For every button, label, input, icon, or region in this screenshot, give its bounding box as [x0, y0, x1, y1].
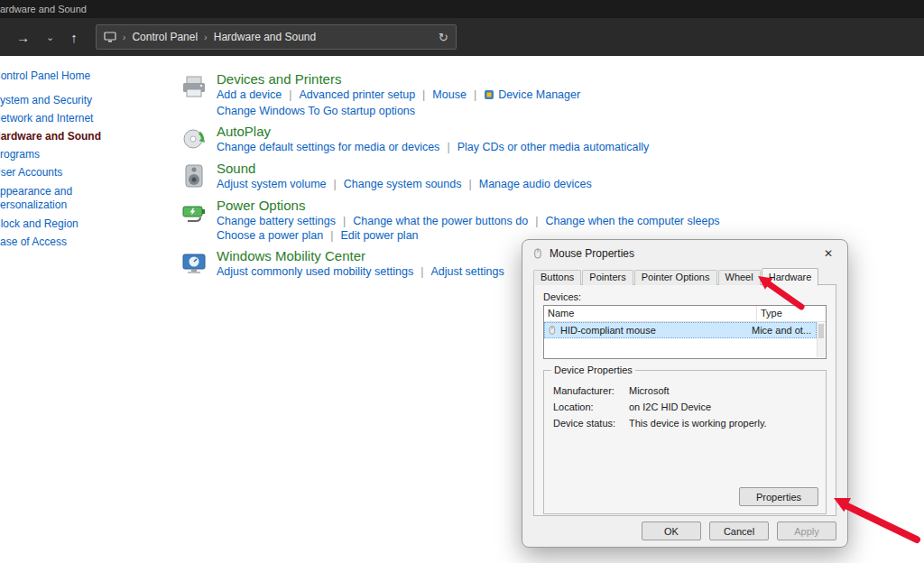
sidebar-item-ease-of-access[interactable]: Ease of Access	[0, 236, 164, 248]
apply-button[interactable]: Apply	[777, 521, 836, 540]
link-adjust-settings[interactable]: Adjust settings	[430, 265, 504, 278]
devices-list-scrollbar[interactable]	[817, 323, 825, 357]
link-change-default-media-settings[interactable]: Change default settings for media or dev…	[217, 141, 439, 153]
control-panel-window: Hardware and Sound → ⌄ ↑ › Control Panel…	[0, 0, 924, 563]
computer-icon	[104, 32, 116, 42]
section-title-sound[interactable]: Sound	[217, 162, 592, 175]
link-change-power-buttons[interactable]: Change what the power buttons do	[353, 215, 528, 227]
link-device-manager[interactable]: Device Manager	[498, 88, 580, 101]
link-separator	[420, 265, 423, 278]
link-edit-power-plan[interactable]: Edit power plan	[340, 229, 418, 242]
link-change-computer-sleeps[interactable]: Change when the computer sleeps	[545, 215, 719, 227]
column-header-name[interactable]: Name	[544, 306, 757, 321]
link-adjust-system-volume[interactable]: Adjust system volume	[217, 178, 327, 190]
column-header-type[interactable]: Type	[757, 306, 826, 321]
up-arrow-icon[interactable]: ↑	[70, 30, 78, 45]
sound-icon	[180, 162, 217, 193]
breadcrumb-control-panel[interactable]: Control Panel	[132, 31, 198, 43]
link-mouse[interactable]: Mouse	[432, 88, 467, 101]
link-manage-audio-devices[interactable]: Manage audio devices	[479, 178, 592, 190]
sidebar-item-appearance-and-personalization[interactable]: Appearance and Personalization	[0, 185, 128, 212]
group-title: Device Properties	[551, 365, 635, 375]
link-separator	[422, 88, 425, 101]
field-manufacturer: Manufacturer: Microsoft	[553, 385, 817, 396]
sidebar-item-user-accounts[interactable]: User Accounts	[0, 167, 164, 179]
dialog-button-row: OK Cancel Apply	[642, 521, 836, 540]
device-manager-icon	[484, 89, 494, 104]
dialog-title: Mouse Properties	[550, 247, 634, 260]
breadcrumb-hardware-and-sound[interactable]: Hardware and Sound	[214, 31, 316, 43]
ok-button[interactable]: OK	[642, 521, 701, 540]
device-name-text: HID-compliant mouse	[560, 325, 656, 336]
forward-arrow-icon[interactable]: →	[16, 30, 30, 45]
link-choose-power-plan[interactable]: Choose a power plan	[217, 229, 323, 242]
sidebar-item-hardware-and-sound[interactable]: Hardware and Sound	[0, 131, 164, 143]
autoplay-icon	[180, 125, 217, 156]
link-adjust-mobility-settings[interactable]: Adjust commonly used mobility settings	[217, 265, 413, 278]
cancel-button[interactable]: Cancel	[709, 521, 769, 540]
section-title-devices-and-printers[interactable]: Devices and Printers	[217, 72, 580, 86]
properties-button[interactable]: Properties	[739, 487, 818, 506]
devices-list-header: Name Type	[544, 306, 826, 322]
devices-and-printers-icon	[180, 72, 217, 119]
dialog-titlebar[interactable]: Mouse Properties ✕	[522, 240, 847, 267]
link-separator	[468, 178, 471, 190]
section-title-windows-mobility-center[interactable]: Windows Mobility Center	[217, 249, 504, 263]
link-separator	[343, 215, 346, 227]
link-play-cds[interactable]: Play CDs or other media automatically	[457, 141, 650, 153]
scrollbar-thumb[interactable]	[818, 324, 824, 338]
field-label: Manufacturer:	[553, 385, 629, 396]
breadcrumb[interactable]: › Control Panel › Hardware and Sound ↻	[96, 24, 457, 50]
tab-pointers[interactable]: Pointers	[582, 270, 633, 285]
link-separator	[334, 178, 337, 190]
sidebar-item-control-panel-home[interactable]: Control Panel Home	[0, 70, 164, 82]
power-options-icon	[180, 198, 217, 244]
link-add-a-device[interactable]: Add a device	[217, 88, 282, 101]
tab-wheel[interactable]: Wheel	[718, 270, 761, 285]
close-button[interactable]: ✕	[818, 247, 838, 260]
refresh-icon[interactable]: ↻	[439, 31, 448, 44]
link-separator	[447, 141, 449, 153]
mouse-properties-dialog: Mouse Properties ✕ Buttons Pointers Poin…	[522, 239, 848, 548]
link-row: Adjust system volumeChange system sounds…	[217, 178, 592, 191]
chevron-down-icon[interactable]: ⌄	[46, 32, 54, 43]
section-title-autoplay[interactable]: AutoPlay	[217, 125, 649, 138]
navigation-bar: → ⌄ ↑ › Control Panel › Hardware and Sou…	[0, 18, 924, 56]
sidebar-item-network-and-internet[interactable]: Network and Internet	[0, 113, 164, 125]
tab-buttons[interactable]: Buttons	[533, 270, 581, 285]
link-change-system-sounds[interactable]: Change system sounds	[344, 178, 462, 190]
link-change-windows-to-go[interactable]: Change Windows To Go startup options	[217, 105, 415, 117]
section-title-power-options[interactable]: Power Options	[217, 198, 720, 212]
link-row: Add a deviceAdvanced printer setupMouseD…	[217, 88, 580, 104]
section-devices-and-printers: Devices and Printers Add a deviceAdvance…	[180, 72, 776, 119]
sidebar-item-clock-and-region[interactable]: Clock and Region	[0, 218, 164, 230]
mobility-center-icon	[180, 249, 217, 281]
device-row-hid-compliant-mouse[interactable]: HID-compliant mouse Mice and ot...	[544, 322, 817, 338]
device-properties-group: Device Properties Manufacturer: Microsof…	[543, 370, 827, 514]
link-separator	[289, 88, 291, 101]
tab-hardware[interactable]: Hardware	[762, 268, 819, 286]
window-titlebar: Hardware and Sound	[0, 0, 924, 18]
field-label: Device status:	[553, 418, 629, 429]
link-advanced-printer-setup[interactable]: Advanced printer setup	[300, 88, 416, 101]
devices-list: Name Type HID-compliant mouse Mice and	[543, 305, 827, 359]
field-value: Microsoft	[629, 385, 670, 396]
field-location: Location: on I2C HID Device	[553, 401, 817, 412]
sidebar-item-system-and-security[interactable]: System and Security	[0, 95, 164, 106]
devices-label: Devices:	[543, 291, 581, 302]
link-row: Change default settings for media or dev…	[217, 141, 649, 154]
tab-pointer-options[interactable]: Pointer Options	[634, 270, 717, 285]
link-separator	[474, 88, 476, 101]
device-type-cell: Mice and ot...	[752, 325, 817, 336]
field-label: Location:	[553, 401, 629, 412]
section-power-options: Power Options Change battery settingsCha…	[180, 198, 776, 244]
link-row: Change battery settingsChange what the p…	[217, 215, 720, 228]
hardware-tab-page: Devices: Name Type HID-compliant	[533, 284, 836, 516]
sidebar-item-programs[interactable]: Programs	[0, 149, 164, 161]
field-value: on I2C HID Device	[629, 401, 711, 412]
device-name-cell: HID-compliant mouse	[544, 325, 752, 336]
field-device-status: Device status: This device is working pr…	[553, 418, 817, 429]
sidebar: Control Panel Home System and Security N…	[0, 70, 164, 254]
link-change-battery-settings[interactable]: Change battery settings	[217, 215, 336, 227]
window-title: Hardware and Sound	[0, 0, 87, 18]
